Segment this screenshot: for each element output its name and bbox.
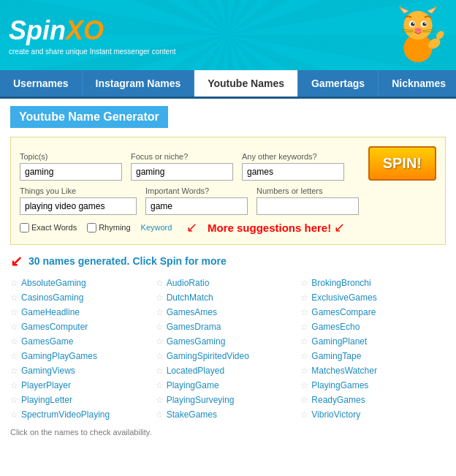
keywords-input[interactable]	[242, 163, 344, 181]
list-item[interactable]: ☆MatchesWatcher	[300, 363, 446, 378]
logo-spin: Spin	[9, 15, 66, 45]
list-item[interactable]: ☆PlayingLetter	[10, 393, 156, 407]
results-count: 30 names generated. Click Spin for more	[28, 255, 227, 267]
star-icon: ☆	[300, 307, 308, 317]
star-icon: ☆	[10, 380, 18, 390]
list-item[interactable]: ☆GamingSpiritedVideo	[156, 349, 301, 363]
tab-gamertags[interactable]: Gamertags	[298, 70, 379, 97]
star-icon: ☆	[10, 395, 18, 405]
star-icon: ☆	[10, 292, 18, 303]
exact-words-checkbox-label[interactable]: Exact Words	[20, 223, 77, 233]
star-icon: ☆	[300, 380, 308, 390]
list-item[interactable]: ☆GamesDrama	[156, 320, 301, 334]
list-item[interactable]: ☆GamesAmes	[156, 305, 301, 320]
list-item[interactable]: ☆GamingViews	[10, 363, 156, 378]
logo-tagline: create and share unique Instant messenge…	[9, 48, 175, 56]
list-item[interactable]: ☆BrokingBronchi	[300, 276, 446, 290]
list-item[interactable]: ☆VibrioVictory	[300, 407, 446, 422]
numbers-group: Numbers or letters	[256, 186, 359, 215]
list-item[interactable]: ☆AudioRatio	[156, 276, 301, 290]
numbers-input[interactable]	[256, 197, 359, 215]
things-input[interactable]	[20, 197, 137, 215]
topics-input[interactable]	[20, 163, 122, 181]
list-item[interactable]: ☆GamesComputer	[10, 320, 156, 334]
form-row-1: Topic(s) Focus or niche? Any other keywo…	[20, 146, 436, 181]
list-item[interactable]: ☆ReadyGames	[300, 393, 446, 407]
more-suggestions-text: More suggestions here!	[208, 222, 331, 234]
svg-point-1	[403, 11, 432, 39]
star-icon: ☆	[156, 336, 164, 347]
list-item[interactable]: ☆GamesGaming	[156, 334, 301, 349]
form-area: Topic(s) Focus or niche? Any other keywo…	[10, 137, 446, 245]
spin-button[interactable]: SPIN!	[368, 146, 436, 181]
focus-input[interactable]	[131, 163, 233, 181]
rhyming-checkbox-label[interactable]: Rhyming	[87, 223, 130, 233]
topics-group: Topic(s)	[20, 152, 122, 181]
list-item[interactable]: ☆CasinosGaming	[10, 290, 156, 305]
things-label: Things you Like	[20, 186, 137, 195]
svg-point-8	[411, 22, 414, 26]
results-header: ↙ 30 names generated. Click Spin for mor…	[10, 252, 446, 270]
list-item[interactable]: ☆SpectrumVideoPlaying	[10, 407, 156, 422]
topics-label: Topic(s)	[20, 152, 122, 161]
rhyming-checkbox[interactable]	[87, 223, 96, 233]
star-icon: ☆	[10, 307, 18, 317]
results-arrow-icon: ↙	[10, 252, 23, 270]
star-icon: ☆	[300, 409, 308, 420]
star-icon: ☆	[156, 395, 164, 405]
list-item[interactable]: ☆PlayingSurveying	[156, 393, 301, 407]
star-icon: ☆	[156, 307, 164, 317]
logo-xo: XO	[66, 15, 104, 45]
tab-youtube[interactable]: Youtube Names	[194, 70, 298, 97]
list-item[interactable]: ☆AbsoluteGaming	[10, 276, 156, 290]
star-icon: ☆	[300, 395, 308, 405]
svg-point-9	[422, 22, 426, 26]
star-icon: ☆	[156, 380, 164, 390]
list-item[interactable]: ☆GamesCompare	[300, 305, 446, 320]
list-item[interactable]: ☆ExclusiveGames	[300, 290, 446, 305]
star-icon: ☆	[10, 336, 18, 347]
tab-nicknames[interactable]: Nicknames	[379, 70, 456, 97]
svg-point-10	[413, 23, 414, 24]
things-group: Things you Like	[20, 186, 137, 215]
focus-group: Focus or niche?	[131, 152, 233, 181]
list-item[interactable]: ☆PlayingGame	[156, 378, 301, 393]
list-item[interactable]: ☆PlayingGames	[300, 378, 446, 393]
logo: SpinXO create and share unique Instant m…	[9, 15, 175, 56]
star-icon: ☆	[300, 292, 308, 303]
star-icon: ☆	[300, 278, 308, 288]
numbers-label: Numbers or letters	[256, 186, 359, 195]
svg-point-11	[425, 23, 426, 24]
list-item[interactable]: ☆DutchMatch	[156, 290, 301, 305]
generator-title: Youtube Name Generator	[10, 106, 168, 128]
tab-instagram[interactable]: Instagram Names	[83, 70, 195, 97]
site-header: SpinXO create and share unique Instant m…	[0, 0, 456, 70]
keywords-label: Any other keywords?	[242, 152, 344, 161]
tab-usernames[interactable]: Usernames	[0, 70, 83, 97]
list-item[interactable]: ☆GamingPlanet	[300, 334, 446, 349]
exact-words-checkbox[interactable]	[20, 223, 29, 233]
list-item[interactable]: ☆GamingPlayGames	[10, 349, 156, 363]
form-row-2: Things you Like Important Words? Numbers…	[20, 186, 436, 215]
footer-note: Click on the names to check availability…	[10, 428, 446, 437]
list-item[interactable]: ☆GamingTape	[300, 349, 446, 363]
important-input[interactable]	[145, 197, 248, 215]
names-grid: ☆AbsoluteGaming☆AudioRatio☆BrokingBronch…	[10, 276, 446, 422]
list-item[interactable]: ☆GameHeadline	[10, 305, 156, 320]
keywords-group: Any other keywords?	[242, 152, 344, 181]
star-icon: ☆	[10, 366, 18, 376]
important-label: Important Words?	[145, 186, 248, 195]
list-item[interactable]: ☆LocatedPlayed	[156, 363, 301, 378]
keyword-link[interactable]: Keyword	[141, 223, 172, 232]
list-item[interactable]: ☆GamesGame	[10, 334, 156, 349]
star-icon: ☆	[10, 351, 18, 361]
star-icon: ☆	[156, 278, 164, 288]
list-item[interactable]: ☆GamesEcho	[300, 320, 446, 334]
star-icon: ☆	[300, 351, 308, 361]
star-icon: ☆	[156, 292, 164, 303]
list-item[interactable]: ☆PlayerPlayer	[10, 378, 156, 393]
list-item[interactable]: ☆StakeGames	[156, 407, 301, 422]
star-icon: ☆	[300, 366, 308, 376]
mascot-icon	[389, 6, 447, 64]
main-content: Youtube Name Generator Topic(s) Focus or…	[0, 99, 456, 444]
